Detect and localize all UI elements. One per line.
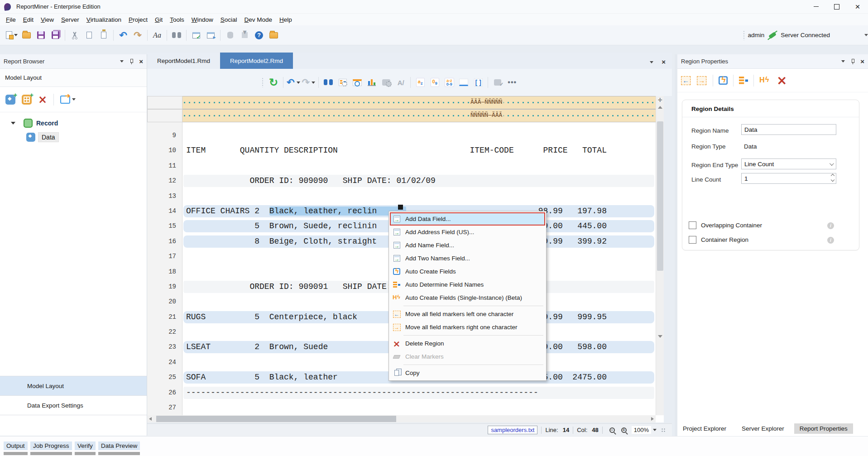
chart-button[interactable] bbox=[365, 76, 378, 89]
auto-fields-button[interactable] bbox=[336, 76, 349, 89]
menu-git[interactable]: Git bbox=[151, 15, 166, 24]
editor-line[interactable]: 9 bbox=[147, 128, 656, 143]
open-button[interactable] bbox=[20, 29, 33, 42]
delete-region-icon[interactable]: × bbox=[38, 96, 47, 104]
pin-icon[interactable] bbox=[129, 59, 134, 64]
toolbar-drag-handle[interactable] bbox=[743, 30, 745, 40]
toolbar-overflow-icon[interactable] bbox=[864, 34, 868, 36]
line-count-stepper[interactable]: 1 bbox=[741, 173, 836, 184]
folder-button[interactable] bbox=[267, 29, 280, 42]
auto-create-fields-icon[interactable] bbox=[719, 76, 728, 85]
scroll-up-icon[interactable] bbox=[658, 106, 662, 109]
auto-determine-icon[interactable] bbox=[739, 77, 748, 85]
close-document-icon[interactable]: × bbox=[662, 60, 666, 64]
region-ruler-row-1[interactable]: ÃÃÃ–ÑÑÑÑÑ bbox=[147, 96, 656, 109]
menu-item-delete-region[interactable]: ×Delete Region bbox=[390, 337, 545, 350]
tab-project-explorer[interactable]: Project Explorer bbox=[677, 423, 732, 434]
tab-server-explorer[interactable]: Server Explorer bbox=[736, 423, 790, 434]
find-button[interactable] bbox=[322, 76, 335, 89]
container-region-checkbox[interactable] bbox=[689, 236, 696, 244]
menu-help[interactable]: Help bbox=[276, 15, 296, 24]
region-name-input[interactable] bbox=[741, 124, 836, 135]
font-button[interactable]: Aa bbox=[151, 29, 163, 42]
help-button[interactable]: ? bbox=[253, 29, 265, 42]
menu-social[interactable]: Social bbox=[217, 15, 241, 24]
editor-line[interactable]: 12 ORDER ID: 909090 SHIP DATE: 01/02/09 bbox=[147, 173, 656, 188]
menu-item-move-markers-right[interactable]: Move all field markers right one charact… bbox=[390, 321, 545, 334]
sort-az-button[interactable]: az bbox=[414, 76, 427, 89]
editor-line[interactable]: 13 bbox=[147, 189, 656, 204]
tree-node-data[interactable]: Data bbox=[0, 130, 147, 144]
menu-item-add-two-names-field[interactable]: Add Two Names Field... bbox=[390, 252, 545, 265]
menu-server[interactable]: Server bbox=[58, 15, 83, 24]
menu-item-auto-determine-field-names[interactable]: Auto Determine Field Names bbox=[390, 278, 545, 291]
stepper-up-icon[interactable] bbox=[831, 174, 834, 178]
close-icon[interactable]: × bbox=[139, 59, 143, 64]
move-right-icon[interactable] bbox=[697, 76, 706, 85]
menu-item-add-data-field[interactable]: Add Data Field... bbox=[390, 212, 545, 226]
find-button[interactable] bbox=[170, 29, 183, 42]
font-edit-button[interactable]: A/ bbox=[394, 76, 407, 89]
tab-reportmodel1[interactable]: ReportModel1.Rmd bbox=[147, 53, 220, 69]
horizontal-scrollbar[interactable] bbox=[147, 415, 656, 422]
nav-model-layout[interactable]: Model Layout bbox=[0, 376, 147, 395]
zoom-dropdown-icon[interactable] bbox=[653, 429, 657, 431]
tab-output[interactable]: Output bbox=[4, 442, 28, 455]
menu-project[interactable]: Project bbox=[125, 15, 151, 24]
close-icon[interactable]: × bbox=[860, 59, 864, 64]
paste-button[interactable] bbox=[97, 29, 110, 42]
copy-button[interactable] bbox=[83, 29, 96, 42]
menu-view[interactable]: View bbox=[37, 15, 58, 24]
export-button[interactable] bbox=[60, 96, 76, 104]
menu-item-auto-create-fields-single[interactable]: Auto Create Fields (Single-Instance) (Be… bbox=[390, 291, 545, 304]
tree-node-record[interactable]: Record bbox=[0, 116, 147, 130]
menu-edit[interactable]: Edit bbox=[19, 15, 37, 24]
gears-button[interactable] bbox=[380, 76, 393, 89]
save-all-button[interactable] bbox=[49, 29, 62, 42]
overlapping-container-checkbox[interactable] bbox=[689, 221, 696, 229]
compare-window-button[interactable] bbox=[204, 29, 217, 42]
brackets-button[interactable]: [ ] bbox=[472, 76, 484, 89]
menu-item-auto-create-fields[interactable]: Auto Create Fields bbox=[390, 265, 545, 278]
toolbar-drag-handle[interactable] bbox=[262, 77, 264, 87]
stepper-down-icon[interactable] bbox=[831, 178, 834, 182]
horizontal-scroll-thumb[interactable] bbox=[156, 416, 396, 422]
delete-region-icon[interactable]: × bbox=[777, 77, 787, 85]
add-group-icon[interactable] bbox=[22, 95, 32, 105]
scroll-down-icon[interactable] bbox=[658, 335, 662, 338]
splitter-handle-icon[interactable]: ✛ bbox=[657, 97, 663, 104]
db-button[interactable] bbox=[224, 29, 236, 42]
menu-item-move-markers-left[interactable]: Move all field markers left one characte… bbox=[390, 307, 545, 321]
menu-virtualization[interactable]: Virtualization bbox=[83, 15, 125, 24]
underscore-button[interactable] bbox=[457, 76, 470, 89]
preview-button[interactable] bbox=[351, 76, 364, 89]
pin-icon[interactable] bbox=[850, 59, 855, 64]
menu-item-add-address-field[interactable]: Add Address Field (US)... bbox=[390, 226, 545, 239]
resize-grip[interactable] bbox=[661, 428, 666, 432]
tab-list-icon[interactable] bbox=[650, 61, 653, 63]
editor-line[interactable]: 27 bbox=[147, 400, 656, 415]
field-marker[interactable] bbox=[398, 205, 403, 210]
cut-button[interactable] bbox=[68, 29, 81, 42]
numeric-button[interactable]: 09 bbox=[428, 76, 441, 89]
tab-data-preview[interactable]: Data Preview bbox=[98, 442, 140, 455]
tree-expander-icon[interactable] bbox=[11, 122, 15, 125]
close-button[interactable] bbox=[847, 0, 868, 14]
menu-devmode[interactable]: Dev Mode bbox=[241, 15, 276, 24]
region-ruler-row-2[interactable]: ÑÑÑÑÑ–ÃÃÃ bbox=[147, 109, 656, 122]
menu-file[interactable]: File bbox=[2, 15, 19, 24]
vertical-scroll-thumb[interactable] bbox=[657, 121, 663, 271]
scroll-left-icon[interactable] bbox=[149, 417, 152, 421]
more-button[interactable]: ••• bbox=[506, 76, 518, 89]
zoom-out-icon[interactable]: − bbox=[609, 427, 615, 433]
alphanumeric-button[interactable]: a-z0-9 bbox=[443, 76, 456, 89]
redo-button[interactable]: ↷ bbox=[131, 29, 144, 42]
region-end-type-select[interactable]: Line Count bbox=[741, 158, 836, 169]
tab-reportmodel2[interactable]: ReportModel2.Rmd bbox=[220, 53, 293, 69]
menu-item-add-name-field[interactable]: Add Name Field... bbox=[390, 239, 545, 252]
nav-data-export-settings[interactable]: Data Export Settings bbox=[0, 395, 147, 415]
vertical-scrollbar[interactable]: ✛ bbox=[656, 96, 664, 415]
redo-button[interactable]: ↷ bbox=[302, 76, 316, 89]
minimize-button[interactable] bbox=[806, 0, 826, 14]
tab-job-progress[interactable]: Job Progress bbox=[30, 442, 72, 455]
